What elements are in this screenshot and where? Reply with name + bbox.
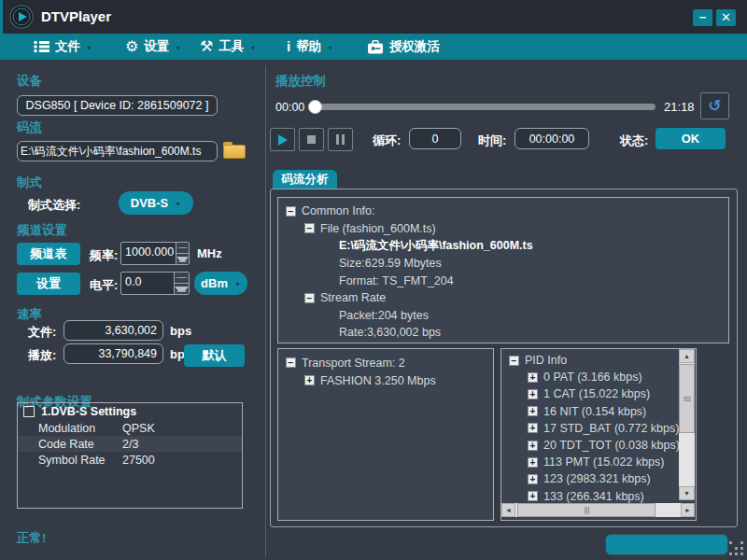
scroll-left-icon[interactable]: ◄: [501, 503, 515, 517]
params-row[interactable]: Code Rate 2/3: [18, 436, 242, 452]
tree-expander-icon[interactable]: +: [528, 457, 538, 468]
tree-expander-icon[interactable]: −: [509, 356, 519, 366]
tree-expander-icon[interactable]: +: [528, 372, 538, 383]
tree-item[interactable]: − PID Info: [501, 352, 696, 369]
tree-item[interactable]: Packet:204 bytes: [278, 307, 728, 325]
tree-item-label: 16 NIT (0.154 kbps): [543, 405, 646, 418]
tree-expander-icon[interactable]: −: [286, 357, 296, 368]
duration-time: 21:18: [664, 100, 695, 114]
scrollbar-thumb[interactable]: [679, 364, 695, 433]
panel-splitter[interactable]: [265, 65, 266, 556]
tree-expander-icon[interactable]: +: [528, 406, 538, 416]
pause-button[interactable]: [328, 128, 353, 151]
tree-item[interactable]: − File (fashion_600M.ts): [278, 220, 728, 238]
level-down-button[interactable]: [175, 284, 189, 294]
tree-item[interactable]: + 20 TDT_TOT (0.038 kbps): [501, 437, 696, 454]
frequency-down-button[interactable]: [176, 254, 189, 264]
tree-item[interactable]: Format: TS_FMT_204: [278, 272, 728, 289]
frequency-stepper[interactable]: 1000.000: [120, 242, 190, 265]
tree-expander-icon[interactable]: +: [528, 441, 538, 451]
browse-folder-button[interactable]: [223, 142, 246, 159]
tree-item[interactable]: + 17 STD_BAT (0.772 kbps): [501, 420, 696, 437]
list-icon: [34, 40, 49, 53]
channel-table-button[interactable]: 频道表: [17, 243, 80, 265]
tree-item[interactable]: + 123 (2983.321 kbps): [501, 470, 696, 487]
tree-item[interactable]: Size:629.59 Mbytes: [278, 255, 728, 273]
scroll-right-icon[interactable]: ►: [681, 503, 695, 517]
default-button[interactable]: 默认: [184, 344, 245, 367]
resize-grip[interactable]: [729, 541, 732, 544]
scrollbar-thumb[interactable]: [517, 503, 655, 517]
standard-dropdown[interactable]: DVB-S ▼: [119, 191, 193, 215]
pid-horizontal-scrollbar[interactable]: ◄ ►: [501, 503, 695, 517]
menu-help-label: 帮助: [296, 38, 321, 55]
param-name: Symbol Rate: [18, 454, 122, 467]
stream-file-input[interactable]: E:\码流文件\小码率\fashion_600M.ts: [17, 141, 218, 161]
tree-item-label: 1 CAT (15.022 kbps): [543, 387, 650, 400]
frequency-value[interactable]: 1000.000: [121, 243, 176, 264]
minimize-button[interactable]: −: [693, 9, 712, 26]
tree-item[interactable]: − Common Info:: [278, 203, 728, 220]
loop-count-input[interactable]: 0: [409, 128, 461, 149]
scroll-down-icon[interactable]: ▼: [679, 486, 695, 500]
level-stepper[interactable]: 0.0: [120, 272, 190, 295]
play-button[interactable]: [270, 128, 295, 151]
tree-item[interactable]: + 1 CAT (15.022 kbps): [501, 385, 696, 402]
params-row[interactable]: Symbol Rate 27500: [18, 452, 242, 468]
frequency-up-button[interactable]: [176, 243, 189, 254]
tree-item[interactable]: E:\码流文件\小码率\fashion_600M.ts: [278, 237, 728, 255]
set-button[interactable]: 设置: [17, 273, 80, 295]
tree-expander-icon[interactable]: +: [304, 375, 315, 385]
params-row[interactable]: Modulation QPSK: [18, 420, 242, 436]
level-up-button[interactable]: [175, 273, 189, 284]
tree-item[interactable]: − Stream Rate: [278, 289, 728, 307]
tree-item-label: Transport Stream: 2: [302, 357, 405, 370]
tree-item-label: File (fashion_600M.ts): [320, 222, 436, 235]
menu-file[interactable]: 文件 ▼: [34, 34, 92, 60]
params-checkbox[interactable]: [23, 406, 35, 417]
tree-item[interactable]: + 133 (266.341 kbps): [501, 488, 696, 505]
file-rate-unit: bps: [170, 324, 191, 338]
tree-item[interactable]: + 113 PMT (15.022 kbps): [501, 454, 696, 470]
license-key-icon: [367, 40, 384, 54]
tree-expander-icon[interactable]: −: [286, 206, 296, 217]
app-logo-icon: [9, 5, 34, 29]
tree-expander-icon[interactable]: −: [304, 293, 315, 303]
tree-expander-icon[interactable]: +: [528, 491, 538, 501]
menu-help[interactable]: i 帮助 ▼: [287, 34, 333, 60]
tree-expander-icon[interactable]: +: [528, 389, 538, 399]
tree-expander-icon[interactable]: +: [528, 423, 538, 433]
status-text: 正常!: [17, 530, 47, 547]
seek-slider[interactable]: [312, 104, 655, 110]
tree-item[interactable]: + FASHION 3.250 Mbps: [278, 371, 493, 389]
level-value[interactable]: 0.0: [121, 273, 174, 294]
file-rate-label: 文件:: [28, 324, 56, 341]
chevron-down-icon: ▼: [249, 45, 256, 51]
menu-tools[interactable]: ⚒ 工具 ▼: [200, 34, 256, 60]
level-unit-dropdown[interactable]: dBm ▼: [194, 272, 247, 295]
elapsed-time: 00:00: [275, 101, 304, 114]
tree-item[interactable]: + 16 NIT (0.154 kbps): [501, 403, 696, 420]
stop-icon: [307, 135, 316, 144]
seek-slider-thumb[interactable]: [308, 100, 322, 114]
tab-stream-analysis[interactable]: 码流分析: [273, 170, 337, 189]
menu-settings[interactable]: ⚙ 设置 ▼: [125, 34, 181, 60]
pid-vertical-scrollbar[interactable]: ▲ ▼: [679, 349, 695, 500]
play-rate-input[interactable]: 33,790,849: [63, 343, 163, 364]
params-group-header[interactable]: 1.DVB-S Settings: [18, 403, 242, 420]
stop-button[interactable]: [299, 128, 324, 151]
device-id-display: DSG850 [ Device ID: 2861509072 ]: [17, 95, 218, 116]
menu-license-label: 授权激活: [389, 38, 440, 55]
scroll-up-icon[interactable]: ▲: [679, 349, 695, 363]
tree-expander-icon[interactable]: −: [304, 223, 315, 233]
tree-expander-icon[interactable]: +: [528, 474, 538, 484]
tree-item[interactable]: − Transport Stream: 2: [278, 354, 493, 371]
tree-item[interactable]: Rate:3,630,002 bps: [278, 324, 728, 342]
tree-item[interactable]: + 0 PAT (3.166 kbps): [501, 369, 696, 385]
time-input[interactable]: 00:00:00: [514, 128, 589, 149]
standard-select-label: 制式选择:: [28, 197, 80, 214]
play-icon: [278, 134, 288, 146]
close-button[interactable]: ✕: [716, 9, 736, 26]
repeat-button[interactable]: ↺: [700, 92, 729, 119]
menu-license[interactable]: 授权激活: [367, 34, 440, 60]
